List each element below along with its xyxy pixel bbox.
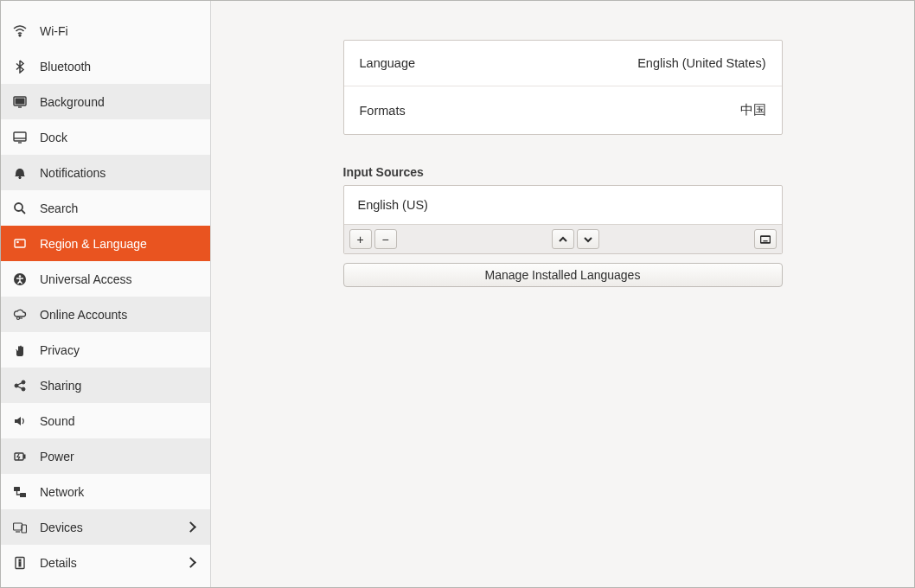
bluetooth-icon bbox=[13, 60, 27, 74]
formats-label: Formats bbox=[360, 104, 406, 118]
sidebar-item-label: Dock bbox=[40, 131, 67, 144]
svg-point-14 bbox=[17, 316, 20, 319]
devices-icon bbox=[13, 521, 27, 534]
svg-point-18 bbox=[22, 387, 25, 391]
sidebar-item-devices[interactable]: Devices bbox=[1, 509, 210, 545]
sidebar-item-label: Sound bbox=[40, 414, 74, 428]
sidebar-item-bluetooth[interactable]: Bluetooth bbox=[1, 48, 210, 84]
svg-rect-10 bbox=[15, 240, 25, 247]
sidebar-item-sound[interactable]: Sound bbox=[1, 403, 210, 438]
minus-icon: − bbox=[381, 233, 388, 246]
svg-rect-23 bbox=[14, 487, 20, 491]
sidebar-item-label: Online Accounts bbox=[40, 308, 127, 322]
sidebar-item-label: Devices bbox=[40, 521, 83, 534]
input-source-toolbar: + − bbox=[344, 224, 782, 253]
svg-point-11 bbox=[16, 240, 19, 243]
sidebar-item-background[interactable]: Background bbox=[1, 84, 210, 119]
svg-line-9 bbox=[22, 210, 25, 214]
svg-rect-22 bbox=[24, 455, 26, 458]
move-up-button[interactable] bbox=[552, 229, 574, 249]
language-row[interactable]: Language English (United States) bbox=[344, 41, 782, 86]
search-icon bbox=[13, 201, 27, 215]
svg-point-8 bbox=[15, 203, 22, 211]
sidebar-item-wifi[interactable]: Wi-Fi bbox=[1, 13, 210, 48]
monitor-icon bbox=[13, 95, 27, 109]
sidebar-item-region-language[interactable]: Region & Language bbox=[1, 226, 210, 261]
sidebar-item-online-accounts[interactable]: Online Accounts bbox=[1, 297, 210, 332]
svg-rect-31 bbox=[760, 236, 770, 243]
plus-icon: + bbox=[356, 233, 363, 246]
language-formats-panel: Language English (United States) Formats… bbox=[343, 40, 783, 135]
svg-rect-30 bbox=[19, 562, 21, 566]
keyboard-icon bbox=[760, 234, 771, 245]
sidebar-item-label: Details bbox=[40, 556, 77, 570]
sidebar: Wi-Fi Bluetooth Background Dock Notifica bbox=[1, 1, 211, 587]
sidebar-item-privacy[interactable]: Privacy bbox=[1, 332, 210, 368]
svg-line-20 bbox=[18, 387, 22, 388]
input-source-row[interactable]: English (US) bbox=[344, 186, 782, 224]
remove-input-source-button[interactable]: − bbox=[374, 229, 397, 249]
svg-rect-4 bbox=[14, 132, 26, 141]
sidebar-item-label: Search bbox=[40, 201, 78, 215]
svg-point-13 bbox=[19, 275, 22, 278]
sidebar-item-details[interactable]: Details bbox=[1, 545, 210, 580]
manage-installed-languages-button[interactable]: Manage Installed Languages bbox=[343, 263, 783, 287]
move-down-button[interactable] bbox=[577, 229, 599, 249]
formats-value: 中国 bbox=[740, 102, 766, 118]
cloud-key-icon bbox=[13, 308, 27, 322]
sidebar-item-dock[interactable]: Dock bbox=[1, 119, 210, 155]
sidebar-item-label: Universal Access bbox=[40, 272, 132, 286]
sidebar-item-power[interactable]: Power bbox=[1, 438, 210, 474]
info-icon bbox=[13, 556, 27, 570]
sidebar-item-universal-access[interactable]: Universal Access bbox=[1, 261, 210, 297]
settings-window: Wi-Fi Bluetooth Background Dock Notifica bbox=[0, 0, 915, 588]
input-sources-header: Input Sources bbox=[343, 165, 783, 179]
speaker-icon bbox=[13, 414, 27, 428]
keyboard-layout-button[interactable] bbox=[754, 229, 777, 249]
accessibility-icon bbox=[13, 272, 27, 286]
sidebar-item-label: Network bbox=[40, 485, 84, 499]
formats-row[interactable]: Formats 中国 bbox=[344, 86, 782, 134]
input-source-label: English (US) bbox=[358, 198, 428, 212]
sidebar-item-notifications[interactable]: Notifications bbox=[1, 155, 210, 190]
chevron-up-icon bbox=[558, 234, 568, 245]
bell-icon bbox=[13, 166, 27, 180]
language-value: English (United States) bbox=[637, 56, 765, 70]
hand-icon bbox=[13, 343, 27, 357]
sidebar-item-label: Bluetooth bbox=[40, 60, 91, 74]
sidebar-item-network[interactable]: Network bbox=[1, 474, 210, 509]
svg-rect-2 bbox=[16, 99, 24, 104]
svg-rect-25 bbox=[14, 523, 22, 530]
wifi-icon bbox=[13, 24, 27, 38]
sidebar-item-label: Background bbox=[40, 95, 105, 109]
sidebar-item-label: Sharing bbox=[40, 379, 81, 393]
battery-icon bbox=[13, 450, 27, 463]
add-input-source-button[interactable]: + bbox=[349, 229, 372, 249]
share-icon bbox=[13, 379, 27, 393]
sidebar-item-label: Privacy bbox=[40, 343, 80, 357]
input-sources-panel: English (US) + − bbox=[343, 185, 783, 254]
dock-icon bbox=[13, 131, 27, 144]
sidebar-item-label: Wi-Fi bbox=[40, 24, 68, 38]
sidebar-item-label: Power bbox=[40, 450, 74, 463]
svg-point-0 bbox=[19, 34, 21, 35]
svg-line-19 bbox=[18, 382, 22, 384]
network-icon bbox=[13, 485, 27, 499]
svg-rect-24 bbox=[20, 493, 26, 497]
svg-point-17 bbox=[22, 380, 25, 384]
sidebar-item-sharing[interactable]: Sharing bbox=[1, 368, 210, 403]
flag-icon bbox=[13, 237, 27, 251]
sidebar-item-search[interactable]: Search bbox=[1, 190, 210, 226]
sidebar-item-label: Region & Language bbox=[40, 237, 147, 251]
svg-rect-29 bbox=[19, 559, 21, 561]
chevron-down-icon bbox=[583, 234, 593, 245]
svg-point-7 bbox=[19, 176, 21, 178]
language-label: Language bbox=[360, 56, 416, 70]
sidebar-item-label: Notifications bbox=[40, 166, 106, 180]
content-area: Language English (United States) Formats… bbox=[211, 1, 914, 587]
